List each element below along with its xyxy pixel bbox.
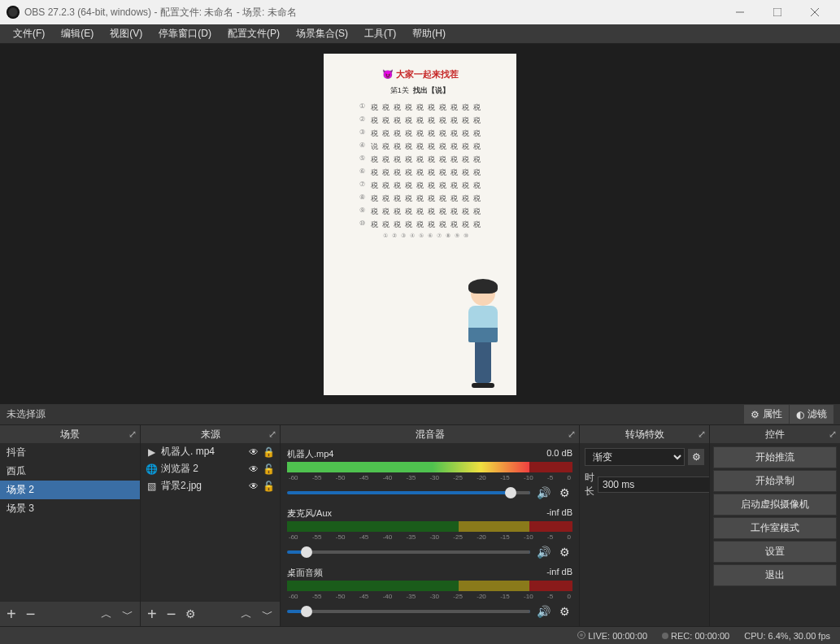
move-up-button[interactable]: ︿: [99, 608, 114, 620]
game-title: 😈 大家一起来找茬: [330, 68, 510, 80]
source-item[interactable]: 🌐 浏览器 2 👁 🔓: [141, 460, 280, 477]
duration-input[interactable]: [598, 476, 709, 493]
popout-icon[interactable]: ⤢: [268, 429, 276, 440]
controls-list: 开始推流开始录制启动虚拟摄像机工作室模式设置退出: [710, 443, 840, 626]
image-icon: ▧: [146, 481, 157, 492]
rec-status: REC: 00:00:00: [671, 631, 729, 641]
control-button[interactable]: 开始录制: [713, 470, 837, 492]
properties-button[interactable]: ⚙ 属性: [744, 405, 789, 424]
move-down-button[interactable]: ﹀: [120, 608, 135, 620]
preview-area[interactable]: 😈 大家一起来找茬 第1关 找出【说】 ①税税税税税税税税税税②税税税税税税税税…: [0, 44, 840, 404]
menubar: 文件(F)编辑(E)视图(V)停靠窗口(D)配置文件(P)场景集合(S)工具(T…: [0, 24, 840, 44]
volume-slider[interactable]: [287, 550, 530, 554]
scene-item[interactable]: 抖音: [0, 443, 140, 462]
audio-meter: [287, 521, 572, 532]
live-status: LIVE: 00:00:00: [588, 631, 647, 641]
control-button[interactable]: 开始推流: [713, 446, 837, 468]
scene-item[interactable]: 西瓜: [0, 462, 140, 481]
avatar-illustration: [464, 281, 502, 387]
live-indicator-icon: [577, 631, 585, 639]
scenes-header: 场景 ⤢: [0, 425, 140, 443]
menu-item[interactable]: 帮助(H): [404, 24, 454, 43]
no-source-label: 未选择源: [7, 407, 46, 421]
scene-item[interactable]: 场景 3: [0, 499, 140, 518]
transition-select[interactable]: 渐变: [585, 448, 685, 466]
mixer-list: 机器人.mp40.0 dB -60-55-50-45-40-35-30-25-2…: [281, 443, 579, 626]
popout-icon[interactable]: ⤢: [128, 429, 137, 440]
speaker-icon[interactable]: 🔊: [535, 485, 551, 501]
volume-slider[interactable]: [287, 491, 530, 494]
menu-item[interactable]: 编辑(E): [53, 24, 102, 43]
control-button[interactable]: 退出: [713, 564, 837, 586]
cpu-status: CPU: 6.4%, 30.00 fps: [744, 631, 830, 641]
mixer-panel: 混音器 ⤢ 机器人.mp40.0 dB -60-55-50-45-40-35-3…: [281, 425, 580, 626]
statusbar: LIVE: 00:00:00 REC: 00:00:00 CPU: 6.4%, …: [0, 626, 840, 644]
sources-header: 来源 ⤢: [141, 425, 280, 443]
mixer-channel: 桌面音频-inf dB -60-55-50-45-40-35-30-25-20-…: [287, 567, 572, 620]
preview-canvas: 😈 大家一起来找茬 第1关 找出【说】 ①税税税税税税税税税税②税税税税税税税税…: [324, 54, 516, 395]
gear-icon[interactable]: ⚙: [556, 485, 572, 501]
menu-item[interactable]: 文件(F): [5, 24, 53, 43]
add-scene-button[interactable]: +: [5, 606, 18, 622]
character-grid: ①税税税税税税税税税税②税税税税税税税税税税③税税税税税税税税税税④说税税税税税…: [330, 102, 510, 239]
control-button[interactable]: 设置: [713, 541, 837, 563]
maximize-button[interactable]: [759, 0, 796, 24]
rec-indicator-icon: [662, 633, 668, 639]
volume-slider[interactable]: [287, 610, 530, 613]
audio-meter: [287, 462, 572, 472]
transition-settings-button[interactable]: ⚙: [688, 449, 704, 465]
svg-rect-1: [773, 8, 781, 16]
mixer-header: 混音器 ⤢: [281, 425, 579, 443]
lock-toggle[interactable]: 🔓: [263, 481, 275, 492]
controls-header: 控件 ⤢: [710, 425, 840, 443]
lock-toggle[interactable]: 🔒: [263, 446, 275, 458]
scenes-panel: 场景 ⤢ 抖音西瓜场景 2场景 3 + − ︿ ﹀: [0, 425, 141, 626]
minimize-button[interactable]: [721, 0, 759, 24]
filter-icon: ◐: [796, 409, 804, 420]
game-subtitle: 第1关 找出【说】: [330, 85, 510, 96]
menu-item[interactable]: 工具(T): [356, 24, 404, 43]
source-settings-button[interactable]: ⚙: [184, 608, 198, 620]
filters-button[interactable]: ◐ 滤镜: [790, 405, 833, 424]
dock-panels: 场景 ⤢ 抖音西瓜场景 2场景 3 + − ︿ ﹀ 来源 ⤢ ▶ 机器人. mp…: [0, 424, 840, 626]
gear-icon[interactable]: ⚙: [556, 544, 572, 560]
gear-icon[interactable]: ⚙: [556, 603, 572, 620]
source-item[interactable]: ▧ 背景2.jpg 👁 🔓: [141, 477, 280, 494]
control-button[interactable]: 启动虚拟摄像机: [713, 494, 837, 516]
scenes-list: 抖音西瓜场景 2场景 3: [0, 443, 140, 602]
visibility-toggle[interactable]: 👁: [249, 446, 259, 458]
duration-label: 时长: [585, 471, 594, 498]
window-title: OBS 27.2.3 (64-bit, windows) - 配置文件: 未命名…: [24, 6, 721, 20]
menu-item[interactable]: 停靠窗口(D): [150, 24, 220, 43]
sources-list: ▶ 机器人. mp4 👁 🔒🌐 浏览器 2 👁 🔓▧ 背景2.jpg 👁 🔓: [141, 443, 280, 602]
visibility-toggle[interactable]: 👁: [249, 481, 259, 492]
sources-panel: 来源 ⤢ ▶ 机器人. mp4 👁 🔒🌐 浏览器 2 👁 🔓▧ 背景2.jpg …: [141, 425, 281, 626]
popout-icon[interactable]: ⤢: [698, 429, 706, 440]
obs-logo-icon: [7, 6, 20, 19]
transitions-panel: 转场特效 ⤢ 渐变 ⚙ 时长 ▲ ▼: [580, 425, 710, 626]
popout-icon[interactable]: ⤢: [829, 429, 837, 440]
remove-source-button[interactable]: −: [165, 606, 178, 622]
add-source-button[interactable]: +: [146, 606, 159, 622]
mixer-channel: 麦克风/Aux-inf dB -60-55-50-45-40-35-30-25-…: [287, 507, 572, 560]
gear-icon: ⚙: [692, 451, 701, 463]
speaker-icon[interactable]: 🔊: [535, 603, 551, 620]
menu-item[interactable]: 配置文件(P): [220, 24, 288, 43]
window-titlebar: OBS 27.2.3 (64-bit, windows) - 配置文件: 未命名…: [0, 0, 840, 24]
source-item[interactable]: ▶ 机器人. mp4 👁 🔒: [141, 443, 280, 460]
menu-item[interactable]: 场景集合(S): [288, 24, 356, 43]
move-down-button[interactable]: ﹀: [260, 608, 275, 620]
speaker-icon[interactable]: 🔊: [535, 544, 551, 560]
control-button[interactable]: 工作室模式: [713, 517, 837, 539]
move-up-button[interactable]: ︿: [239, 608, 254, 620]
transitions-header: 转场特效 ⤢: [580, 425, 709, 443]
close-button[interactable]: [796, 0, 833, 24]
media-icon: ▶: [146, 446, 157, 458]
menu-item[interactable]: 视图(V): [102, 24, 150, 43]
visibility-toggle[interactable]: 👁: [249, 463, 259, 475]
remove-scene-button[interactable]: −: [24, 606, 37, 622]
lock-toggle[interactable]: 🔓: [263, 463, 275, 475]
scene-item[interactable]: 场景 2: [0, 481, 140, 499]
audio-meter: [287, 581, 572, 591]
popout-icon[interactable]: ⤢: [568, 429, 576, 440]
